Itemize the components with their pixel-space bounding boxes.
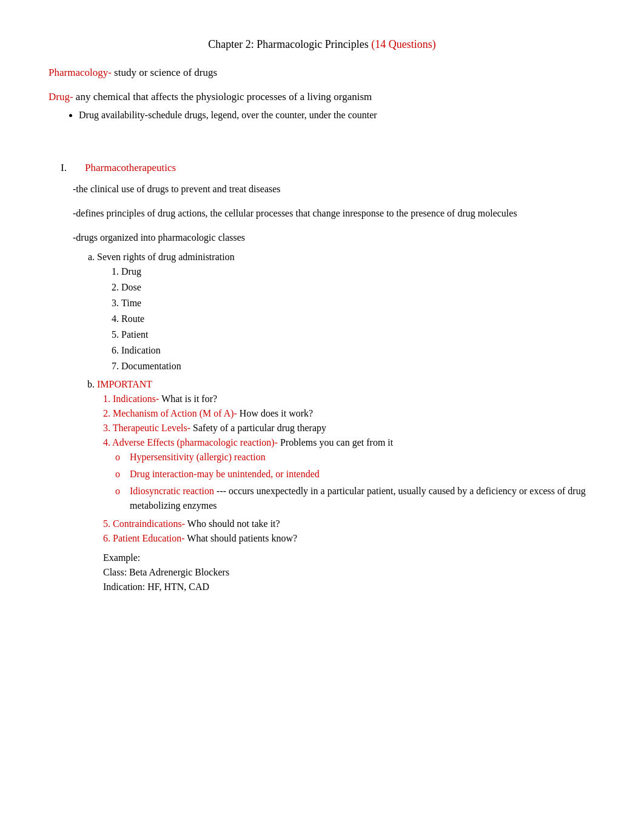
drug-label: Drug-	[49, 91, 73, 102]
list-item: Route	[121, 312, 595, 326]
dash-text-1: -the clinical use of drugs to prevent an…	[73, 182, 595, 196]
class-text: Class: Beta Adrenergic Blockers	[103, 565, 595, 580]
alpha-list: Seven rights of drug administration Drug…	[97, 250, 595, 594]
pharmacology-label: Pharmacology-	[49, 67, 112, 78]
important-item-4: 4. Adverse Effects (pharmacologic reacti…	[103, 435, 595, 450]
drug-heading: Drug- any chemical that affects the phys…	[49, 89, 595, 105]
page-title: Chapter 2: Pharmacologic Principles (14 …	[49, 36, 595, 53]
roman-heading: I. Pharmacotherapeutics	[61, 160, 595, 176]
list-item: Patient	[121, 327, 595, 342]
important-item-2: 2. Mechanism of Action (M of A)- How doe…	[103, 406, 595, 421]
pharmacology-desc: study or science of drugs	[112, 67, 217, 78]
list-item: Indication	[121, 343, 595, 358]
alpha-a-label: Seven rights of drug administration	[97, 252, 235, 262]
dash-text-3: -drugs organized into pharmacologic clas…	[73, 230, 595, 245]
list-item: Time	[121, 296, 595, 310]
numbered-list: Drug Dose Time Route Patient Indication …	[121, 264, 595, 374]
circle-list: Hypersensitivity (allergic) reaction Dru…	[115, 450, 595, 513]
alpha-b-label: IMPORTANT	[97, 379, 152, 389]
section-I-title: Pharmacotherapeutics	[85, 160, 176, 176]
list-item: Drug availability-schedule drugs, legend…	[79, 108, 595, 122]
title-text: Chapter 2: Pharmacologic Principles	[208, 38, 371, 50]
indication-text: Indication: HF, HTN, CAD	[103, 580, 595, 594]
drug-desc: any chemical that affects the physiologi…	[73, 91, 372, 102]
list-item: Drug	[121, 264, 595, 279]
drug-bullet-text: Drug availability-schedule drugs, legend…	[79, 110, 377, 120]
pharmacology-heading: Pharmacology- study or science of drugs	[49, 65, 595, 81]
important-item-1: 1. Indications- What is it for?	[103, 392, 595, 406]
important-item-6: 6. Patient Education- What should patien…	[103, 531, 595, 546]
drug-bullet-list: Drug availability-schedule drugs, legend…	[79, 108, 595, 122]
circle-item-2: Drug interaction-may be unintended, or i…	[115, 467, 595, 481]
alpha-item-b: IMPORTANT 1. Indications- What is it for…	[97, 377, 595, 594]
circle-item-1: Hypersensitivity (allergic) reaction	[115, 450, 595, 464]
important-item-5: 5. Contraindications- Who should not tak…	[103, 517, 595, 531]
list-item: Documentation	[121, 359, 595, 374]
alpha-item-a: Seven rights of drug administration Drug…	[97, 250, 595, 374]
important-item-3: 3. Therapeutic Levels- Safety of a parti…	[103, 421, 595, 435]
circle-item-3: Idiosyncratic reaction --- occurs unexpe…	[115, 484, 595, 513]
list-item: Dose	[121, 280, 595, 295]
roman-numeral: I.	[61, 160, 79, 176]
example-text: Example:	[103, 551, 595, 565]
dash-text-2: -defines principles of drug actions, the…	[73, 206, 595, 221]
section-I: I. Pharmacotherapeutics -the clinical us…	[61, 160, 595, 594]
title-questions: (14 Questions)	[371, 38, 436, 50]
important-list: 1. Indications- What is it for? 2. Mecha…	[103, 392, 595, 594]
